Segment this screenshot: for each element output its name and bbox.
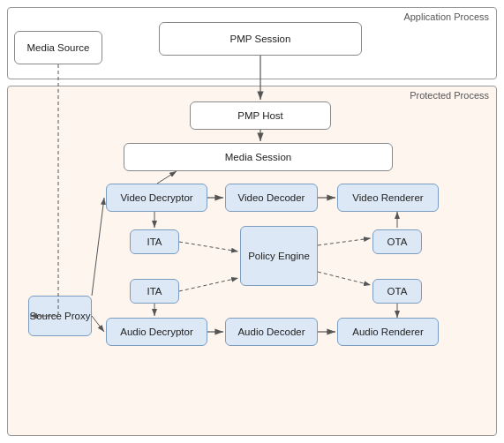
diagram-container: Application Process Protected Process Me…: [0, 0, 504, 443]
ota1-box: OTA: [372, 229, 422, 254]
media-session-box: Media Session: [124, 143, 393, 171]
video-renderer-box: Video Renderer: [337, 184, 439, 212]
ita2-box: ITA: [130, 279, 179, 304]
pmp-session-box: PMP Session: [159, 22, 362, 56]
policy-engine-box: Policy Engine: [240, 226, 318, 286]
ota2-box: OTA: [372, 279, 422, 304]
media-source-box: Media Source: [14, 31, 102, 64]
protected-process-label: Protected Process: [410, 90, 489, 101]
video-decryptor-box: Video Decryptor: [106, 184, 207, 212]
video-decoder-box: Video Decoder: [225, 184, 318, 212]
source-proxy-box: Source Proxy: [28, 296, 92, 336]
audio-decryptor-box: Audio Decryptor: [106, 318, 207, 346]
app-process-label: Application Process: [403, 11, 489, 22]
pmp-host-box: PMP Host: [190, 101, 331, 130]
audio-renderer-box: Audio Renderer: [337, 318, 439, 346]
audio-decoder-box: Audio Decoder: [225, 318, 318, 346]
ita1-box: ITA: [130, 229, 179, 254]
